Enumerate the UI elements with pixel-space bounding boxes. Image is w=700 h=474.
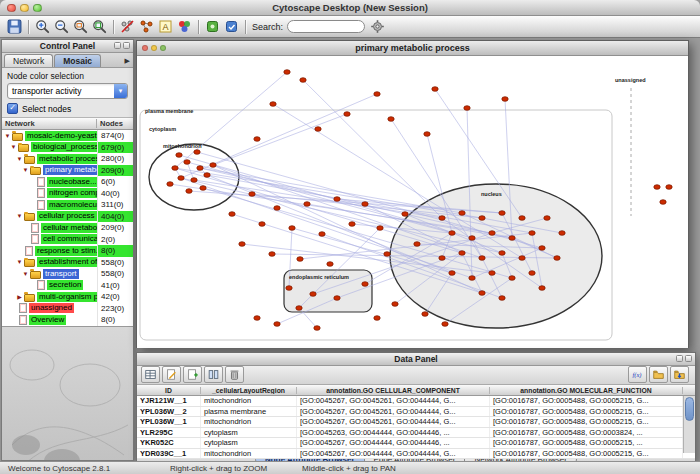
tree-item-cellular-metabo[interactable]: ▼ cellular metabo... 209(0)	[2, 222, 133, 234]
tree-item-mosaic-demo-yeast[interactable]: ▼ mosaic-demo-yeast 874(0)	[2, 130, 133, 142]
table-row-ykr052c[interactable]: YKR052C cytoplasm [GO:0045267, GO:004444…	[137, 438, 695, 449]
tree-expand-arrow-icon[interactable]: ▶	[16, 293, 23, 300]
svg-text:cytoplasm: cytoplasm	[149, 126, 176, 132]
zoom-in-icon[interactable]	[34, 18, 51, 35]
data-panel-title: Data Panel	[394, 354, 437, 364]
plugin-icon-1[interactable]	[204, 18, 221, 35]
close-data-panel-button[interactable]	[685, 355, 692, 362]
tree-expand-arrow-icon[interactable]: ▼	[22, 167, 29, 173]
tree-item-label: cellular metabo...	[41, 223, 97, 233]
select-attributes-icon[interactable]	[141, 366, 160, 383]
cell-region: plasma membrane	[201, 407, 297, 417]
import-attributes-icon[interactable]	[649, 366, 668, 383]
network-page-icon	[31, 223, 39, 233]
more-tabs-arrow-icon[interactable]: ▶	[122, 57, 133, 67]
vizmapper-icon[interactable]	[176, 18, 193, 35]
tree-item-unassigned[interactable]: ▼ unassigned 223(0)	[2, 303, 133, 315]
tree-expand-arrow-icon[interactable]: ▼	[22, 271, 29, 277]
node-color-dropdown[interactable]: transporter activity ▾	[7, 83, 128, 99]
hide-selected-icon[interactable]	[119, 18, 136, 35]
zoom-selected-region-icon[interactable]	[72, 18, 89, 35]
tree-item-primary-metabo[interactable]: ▼ primary metabo... 209(0)	[2, 165, 133, 177]
window-title: Cytoscape Desktop (New Session)	[272, 2, 428, 13]
select-nodes-checkbox[interactable]: ✓	[7, 103, 18, 114]
tree-expand-arrow-icon[interactable]: ▼	[10, 144, 17, 150]
column-header-id[interactable]: ID	[137, 387, 201, 394]
tab-network[interactable]: Network	[4, 54, 53, 67]
overview-graph-preview	[2, 327, 133, 460]
float-panel-button[interactable]	[114, 42, 121, 49]
column-header-annotation-go-cellular-component[interactable]: annotation.GO CELLULAR_COMPONENT	[297, 387, 490, 394]
network-view-titlebar[interactable]: primary metabolic process	[137, 41, 688, 56]
cell-region: cytoplasm	[201, 438, 297, 448]
data-panel-titlebar[interactable]: Data Panel	[137, 353, 695, 366]
network-page-icon	[25, 246, 33, 256]
settings-icon[interactable]	[369, 18, 386, 35]
attribute-columns-icon[interactable]	[204, 366, 223, 383]
close-view-button[interactable]	[142, 45, 148, 51]
tree-item-overview[interactable]: ▼ Overview 8(0)	[2, 314, 133, 326]
export-attributes-icon[interactable]	[670, 366, 689, 383]
tree-item-cell-communica[interactable]: ▼ cell communica... 2(0)	[2, 234, 133, 246]
table-scrollbar[interactable]	[683, 396, 695, 453]
tree-item-secretion[interactable]: ▼ secretion 41(0)	[2, 280, 133, 292]
minimize-window-button[interactable]	[20, 4, 29, 13]
tree-expand-arrow-icon[interactable]: ▼	[16, 156, 23, 162]
tree-item-establishment-of-l[interactable]: ▼ establishment of l... 558(0)	[2, 257, 133, 269]
new-attribute-icon[interactable]	[183, 366, 202, 383]
table-row-yjr121w-1[interactable]: YJR121W__1 mitochondrion [GO:0045267, GO…	[137, 396, 695, 407]
column-header-cellularlayoutregion[interactable]: _cellularLayoutRegion	[201, 387, 297, 394]
tree-item-metabolic-process[interactable]: ▼ metabolic process 280(0)	[2, 153, 133, 165]
network-canvas[interactable]: mitochondrionnucleusendoplasmic reticulu…	[137, 56, 688, 348]
overview-thumbnail[interactable]	[2, 326, 133, 460]
float-data-panel-button[interactable]	[676, 355, 683, 362]
network-folder-icon	[24, 156, 35, 164]
function-builder-icon[interactable]: f(x)	[628, 366, 647, 383]
zoom-out-icon[interactable]	[53, 18, 70, 35]
annotation-icon[interactable]: A	[157, 18, 174, 35]
cell-region: mitochondrion	[201, 396, 297, 406]
table-row-ylr295c[interactable]: YLR295C cytoplasm [GO:0045263, GO:004444…	[137, 428, 695, 439]
window-titlebar[interactable]: Cytoscape Desktop (New Session)	[0, 0, 700, 16]
tree-expand-arrow-icon[interactable]: ▼	[16, 213, 23, 219]
save-icon[interactable]	[6, 18, 23, 35]
control-panel-titlebar[interactable]: Control Panel	[2, 40, 133, 53]
table-row-ypl036w-2[interactable]: YPL036W__2 plasma membrane [GO:0045267, …	[137, 407, 695, 418]
tree-item-transport[interactable]: ▼ transport 558(0)	[2, 268, 133, 280]
tree-item-label: unassigned	[29, 303, 74, 313]
tree-item-cellular-process[interactable]: ▼ cellular process 404(0)	[2, 211, 133, 223]
toolbar-separator	[245, 20, 246, 34]
table-row-ypl036w-1[interactable]: YPL036W__1 mitochondrion [GO:0045267, GO…	[137, 417, 695, 428]
new-network-from-selection-icon[interactable]	[138, 18, 155, 35]
zoom-fit-content-icon[interactable]	[91, 18, 108, 35]
tree-expand-arrow-icon[interactable]: ▼	[4, 133, 11, 139]
delete-attribute-icon[interactable]	[225, 366, 244, 383]
tree-item-node-count: 209(0)	[97, 165, 133, 177]
tab-mosaic[interactable]: Mosaic	[54, 54, 101, 67]
tree-expand-arrow-icon[interactable]: ▼	[16, 259, 23, 265]
tree-item-nitrogen-compo[interactable]: ▼ nitrogen compo... 40(0)	[2, 188, 133, 200]
edit-attribute-icon[interactable]	[162, 366, 181, 383]
tree-item-biological-process[interactable]: ▼ biological_process 679(0)	[2, 142, 133, 154]
tree-item-label: metabolic process	[37, 154, 97, 164]
plugin-icon-2[interactable]	[223, 18, 240, 35]
tree-item-macromolecul[interactable]: ▼ macromolecul... 311(0)	[2, 199, 133, 211]
column-header-annotation-go-molecular-function[interactable]: annotation.GO MOLECULAR_FUNCTION	[490, 387, 683, 394]
network-folder-icon	[24, 259, 35, 267]
tree-item-response-to-stim[interactable]: ▼ response to stim... 8(0)	[2, 245, 133, 257]
maximize-view-button[interactable]	[160, 45, 166, 51]
cell-id: YLR295C	[137, 428, 201, 438]
tree-item-multi-organism-pr[interactable]: ▶ multi-organism pr... 42(0)	[2, 291, 133, 303]
cell-region: mitochondrion	[201, 449, 297, 459]
tree-item-nucleobase[interactable]: ▼ nucleobase... 6(0)	[2, 176, 133, 188]
attribute-toolbar-left	[141, 366, 246, 385]
close-window-button[interactable]	[7, 4, 16, 13]
dropdown-arrow-icon: ▾	[114, 84, 127, 98]
cell-cellular-component: [GO:0045267, GO:0045261, GO:0044444, G..…	[297, 417, 490, 427]
minimize-view-button[interactable]	[151, 45, 157, 51]
close-panel-button[interactable]	[123, 42, 130, 49]
scrollbar-thumb[interactable]	[685, 397, 694, 421]
table-row-ydr039c-1[interactable]: YDR039C__1 mitochondrion [GO:0045267, GO…	[137, 449, 695, 460]
zoom-window-button[interactable]	[33, 4, 42, 13]
search-input[interactable]	[287, 20, 365, 33]
